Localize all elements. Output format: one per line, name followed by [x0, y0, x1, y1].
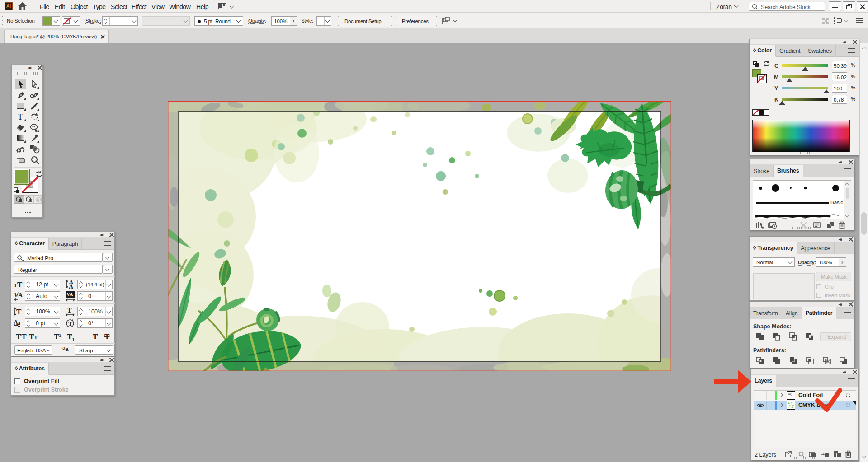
svg-text:T: T	[68, 320, 72, 327]
svg-text:a: a	[18, 320, 20, 325]
svg-text:A: A	[18, 292, 23, 299]
svg-text:T: T	[14, 282, 17, 289]
svg-text:T: T	[17, 280, 23, 289]
svg-text:T: T	[67, 307, 72, 314]
svg-text:A: A	[69, 283, 74, 289]
svg-text:T: T	[16, 308, 22, 316]
